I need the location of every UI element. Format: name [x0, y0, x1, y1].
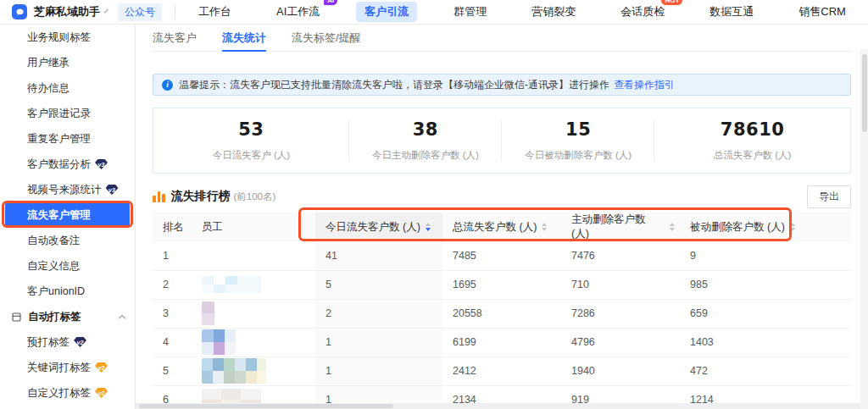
- column-header-label: 员工: [202, 220, 223, 235]
- scrollbar-thumb[interactable]: [862, 54, 867, 132]
- nav-item-label: 销售CRM: [798, 4, 846, 19]
- nav-item[interactable]: 工作台: [190, 2, 240, 22]
- sort-asc-icon: [670, 223, 675, 226]
- alert-message: 温馨提示：流失客户现已支持批量清除流失客户啦，请登录【移动端企业微信-通讯录】进…: [179, 78, 609, 92]
- column-header: 员工: [192, 213, 315, 241]
- stat-value: 38: [413, 119, 438, 140]
- value-cell: 7286: [561, 299, 680, 328]
- sidebar-item[interactable]: 客户跟进记录: [0, 101, 135, 126]
- column-header-content: 主动删除客户数 (人): [571, 213, 675, 241]
- column-header-content: 今日流失客户数 (人): [326, 220, 437, 235]
- column-header[interactable]: 总流失客户数 (人): [442, 213, 561, 241]
- sidebar-item[interactable]: 用户继承: [0, 50, 135, 75]
- sidebar-item[interactable]: 待办信息: [0, 75, 135, 101]
- sort-carets-icon: [426, 223, 431, 231]
- app-logo-icon: [12, 4, 27, 19]
- sidebar-item[interactable]: 预打标签v2: [0, 329, 135, 355]
- nav-item[interactable]: 数据互通: [701, 2, 762, 22]
- value-cell: 1: [315, 328, 442, 356]
- nav-item-label: 群管理: [453, 4, 487, 19]
- ranking-header: 流失排行榜 (前100名) 导出: [153, 185, 851, 207]
- ranking-note: (前100名): [234, 191, 276, 203]
- table-header-row: 排名员工今日流失客户数 (人)总流失客户数 (人)主动删除客户数 (人)被动删除…: [153, 213, 851, 241]
- stat-value: 53: [238, 119, 264, 140]
- value-cell: 1695: [442, 270, 561, 299]
- column-header-content: 总流失客户数 (人): [453, 220, 556, 235]
- value-cell: 2412: [442, 356, 561, 385]
- top-nav: 芝麻私域助手 公众号 工作台AI工作流AI客户引流群管理营销裂变会话质检HOT数…: [0, 0, 868, 25]
- body-row: 业务规则标签用户继承待办信息客户跟进记录重复客户管理客户数据分析v3视频号来源统…: [0, 25, 868, 409]
- sidebar-item[interactable]: 自动改备注: [0, 228, 135, 253]
- tab[interactable]: 流失客户: [153, 25, 197, 51]
- nav-item[interactable]: 会话质检HOT: [612, 2, 673, 22]
- column-header-label: 总流失客户数 (人): [453, 220, 537, 235]
- sort-asc-icon: [542, 223, 547, 226]
- sidebar-item[interactable]: 自定义打标签v2: [0, 380, 135, 406]
- sidebar-item[interactable]: 客户unionID: [0, 279, 135, 304]
- sort-desc-icon: [542, 228, 547, 231]
- export-button[interactable]: 导出: [807, 185, 851, 208]
- scrollbar-thumb[interactable]: [139, 404, 393, 408]
- employee-cell: [192, 241, 315, 270]
- value-cell: 659: [680, 299, 851, 328]
- version-gem-badge: v3: [106, 185, 119, 195]
- nav-item[interactable]: 销售CRM: [790, 2, 854, 22]
- sidebar-item[interactable]: 视频号来源统计v3: [0, 177, 135, 202]
- sidebar-item[interactable]: 关键词打标签v2: [0, 355, 135, 380]
- employee-redacted: [202, 358, 266, 384]
- chevron-up-icon: [119, 314, 125, 321]
- table-row: 5124121940472: [153, 356, 851, 385]
- sidebar-item-label: 关键词打标签: [27, 361, 91, 375]
- vertical-scrollbar[interactable]: [860, 49, 868, 409]
- sidebar-item-label: 客户跟进记录: [27, 107, 91, 121]
- employee-cell: [192, 328, 315, 356]
- column-header[interactable]: 被动删除客户数 (人): [680, 213, 851, 241]
- value-cell: 9: [680, 241, 851, 270]
- table-row: 32205587286659: [153, 299, 851, 328]
- employee-redacted: [202, 301, 214, 325]
- chevron-down-icon[interactable]: [104, 9, 108, 14]
- version-gem-badge: v3: [95, 159, 108, 169]
- value-cell: 41: [315, 241, 442, 270]
- horizontal-scrollbar[interactable]: [136, 403, 860, 409]
- sidebar-item[interactable]: 重复客户管理: [0, 126, 135, 152]
- sidebar-item[interactable]: 业务规则标签: [0, 25, 135, 50]
- nav-item[interactable]: 群管理: [445, 2, 495, 22]
- sidebar-item[interactable]: 自定义信息: [0, 253, 135, 279]
- column-header[interactable]: 主动删除客户数 (人): [561, 213, 680, 241]
- sidebar-item-label: 自动改备注: [27, 234, 81, 248]
- divider: [175, 5, 175, 19]
- nav-item-label: 营销裂变: [531, 4, 576, 19]
- value-cell: 20558: [442, 299, 561, 328]
- sidebar-item-label: 业务规则标签: [27, 30, 91, 45]
- stat-card: 53今日流失客户 (人): [153, 108, 349, 173]
- nav-item[interactable]: 营销裂变: [523, 2, 584, 22]
- account-type-badge[interactable]: 公众号: [118, 3, 162, 21]
- sidebar-item-label: 自定义信息: [27, 259, 81, 274]
- value-cell: 1: [315, 356, 442, 385]
- column-header-label: 今日流失客户数 (人): [326, 220, 420, 235]
- rank-cell: 5: [153, 356, 192, 385]
- sidebar-item-label: 待办信息: [27, 81, 70, 96]
- app-window: 芝麻私域助手 公众号 工作台AI工作流AI客户引流群管理营销裂变会话质检HOT数…: [0, 0, 868, 409]
- tab[interactable]: 流失统计: [222, 25, 266, 51]
- stats-panel: 53今日流失客户 (人)38今日主动删除客户数 (人)15今日被动删除客户数 (…: [153, 108, 851, 174]
- tab[interactable]: 流失标签/提醒: [292, 25, 361, 51]
- tab-bar: 流失客户流失统计流失标签/提醒: [153, 25, 851, 52]
- sidebar-item[interactable]: 流失客户管理: [5, 202, 130, 228]
- alert-guide-link[interactable]: 查看操作指引: [614, 78, 675, 92]
- nav-item[interactable]: 客户引流: [356, 2, 417, 22]
- stat-label: 总流失客户数 (人): [714, 149, 791, 162]
- sidebar-item[interactable]: 自动打标签: [0, 304, 135, 329]
- sort-desc-icon: [426, 228, 431, 231]
- sidebar-item[interactable]: 客户数据分析v3: [0, 152, 135, 177]
- app-title: 芝麻私域助手: [34, 4, 100, 19]
- ranking-table: 排名员工今日流失客户数 (人)总流失客户数 (人)主动删除客户数 (人)被动删除…: [153, 213, 851, 409]
- sidebar-menu: 业务规则标签用户继承待办信息客户跟进记录重复客户管理客户数据分析v3视频号来源统…: [0, 25, 135, 406]
- sort-desc-icon: [670, 228, 675, 231]
- tag-folder-icon: [11, 312, 22, 323]
- nav-badge: AI: [324, 0, 337, 5]
- column-header[interactable]: 今日流失客户数 (人): [315, 213, 442, 241]
- value-cell: 5: [315, 270, 442, 299]
- nav-item[interactable]: AI工作流AI: [268, 2, 328, 22]
